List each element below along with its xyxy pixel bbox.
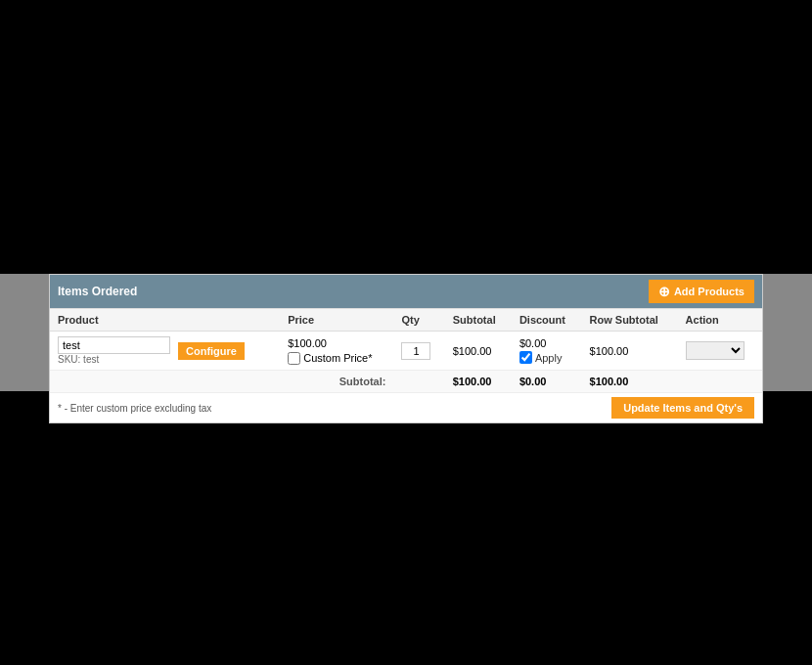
col-discount: Discount xyxy=(512,309,582,332)
action-cell xyxy=(678,332,762,371)
product-col-inner: SKU: test Configure xyxy=(58,336,272,365)
totals-row: Subtotal: $100.00 $0.00 $100.00 xyxy=(50,371,762,393)
price-value: $100.00 xyxy=(288,337,385,349)
qty-input[interactable] xyxy=(401,342,430,360)
custom-price-label: Custom Price* xyxy=(303,352,372,364)
price-cell: $100.00 Custom Price* xyxy=(280,332,393,371)
add-products-label: Add Products xyxy=(674,286,744,297)
content-area: Items Ordered ⊕ Add Products Product Pri… xyxy=(49,274,763,423)
add-products-button[interactable]: ⊕ Add Products xyxy=(649,280,754,303)
row-subtotal-cell: $100.00 xyxy=(582,332,678,371)
custom-price-checkbox[interactable] xyxy=(288,352,300,365)
configure-button[interactable]: Configure xyxy=(178,342,245,360)
table-header-row: Product Price Qty Subtotal Discount Row … xyxy=(50,309,762,332)
totals-row-subtotal: $100.00 xyxy=(582,371,678,393)
subtotal-text: Subtotal: xyxy=(339,376,386,387)
col-qty: Qty xyxy=(393,309,444,332)
footnote-cell: * - Enter custom price excluding tax xyxy=(50,393,512,423)
col-product: Product xyxy=(50,309,280,332)
footnote-row: * - Enter custom price excluding tax Upd… xyxy=(50,393,762,423)
update-items-button[interactable]: Update Items and Qty's xyxy=(611,397,754,419)
footnote-text: * - Enter custom price excluding tax xyxy=(58,403,211,414)
totals-action xyxy=(678,371,762,393)
product-cell: SKU: test Configure xyxy=(50,332,280,371)
product-name xyxy=(58,336,170,354)
action-select[interactable] xyxy=(686,341,744,360)
apply-label: Apply xyxy=(535,352,563,364)
totals-qty xyxy=(393,371,444,393)
product-name-input[interactable] xyxy=(58,336,170,354)
product-sku: SKU: test xyxy=(58,354,170,365)
plus-icon: ⊕ xyxy=(658,284,670,299)
black-bottom-area xyxy=(0,391,812,665)
table-row: SKU: test Configure $100.00 Custom Price… xyxy=(50,332,762,371)
totals-discount: $0.00 xyxy=(512,371,582,393)
black-top-area xyxy=(0,0,812,274)
section-title: Items Ordered xyxy=(58,285,137,298)
section-header: Items Ordered ⊕ Add Products xyxy=(50,275,762,308)
apply-row: Apply xyxy=(519,351,574,364)
subtotal-cell: $100.00 xyxy=(445,332,512,371)
page-wrapper: Items Ordered ⊕ Add Products Product Pri… xyxy=(0,0,812,665)
col-subtotal: Subtotal xyxy=(445,309,512,332)
discount-cell: $0.00 Apply xyxy=(512,332,582,371)
custom-price-row: Custom Price* xyxy=(288,352,385,365)
items-table: Product Price Qty Subtotal Discount Row … xyxy=(50,308,762,422)
apply-checkbox[interactable] xyxy=(519,351,532,364)
col-action: Action xyxy=(678,309,762,332)
col-row-subtotal: Row Subtotal xyxy=(582,309,678,332)
totals-price: $100.00 xyxy=(445,371,512,393)
product-info: SKU: test xyxy=(58,336,170,365)
col-price: Price xyxy=(280,309,393,332)
discount-value: $0.00 xyxy=(519,337,574,349)
update-cell: Update Items and Qty's xyxy=(512,393,762,423)
subtotal-label: Subtotal: xyxy=(50,371,393,393)
qty-cell xyxy=(393,332,444,371)
